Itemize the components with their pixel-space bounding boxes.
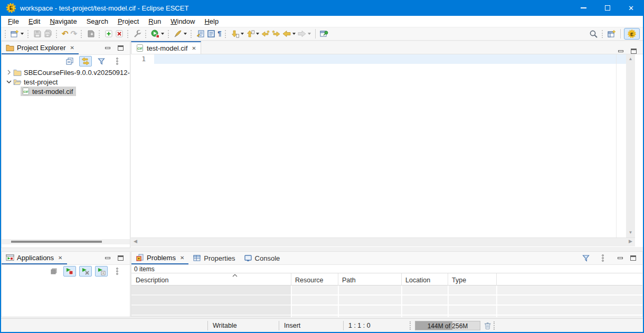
search-button[interactable] — [588, 28, 599, 40]
editor-horizontal-scrollbar[interactable]: ◀ ▶ — [131, 237, 635, 246]
minimize-view-icon[interactable] — [618, 257, 623, 259]
column-divider[interactable] — [496, 273, 497, 285]
forward-button[interactable] — [297, 28, 312, 40]
new-wizard-button[interactable] — [10, 28, 25, 40]
filter-button[interactable] — [95, 56, 108, 66]
close-view-icon[interactable]: ✕ — [70, 45, 74, 51]
maximize-view-icon[interactable] — [118, 45, 124, 51]
cif-file-icon: CIF — [22, 87, 30, 96]
link-with-editor-toggle[interactable] — [79, 56, 92, 66]
scroll-up-icon[interactable]: ▲ — [626, 55, 635, 63]
scrollbar-thumb[interactable] — [11, 241, 102, 243]
column-header-type[interactable]: Type — [452, 277, 466, 284]
show-whitespace-button[interactable]: ¶ — [216, 28, 222, 40]
back-button[interactable] — [281, 28, 297, 40]
auto-remove-toggle[interactable] — [79, 266, 92, 277]
minimize-view-icon[interactable] — [105, 47, 110, 49]
menu-run[interactable]: Run — [144, 16, 166, 26]
tree-item-sbecoursefiles[interactable]: SBECourseFiles-9.0.0.v20250912-16241 — [2, 68, 130, 77]
pin-editor-button[interactable] — [319, 28, 329, 40]
play-add-icon — [97, 267, 106, 275]
editor-vertical-scrollbar[interactable]: ▲ ▼ — [626, 54, 635, 237]
editor-text-area[interactable]: 1 ▲ ▼ — [131, 54, 643, 237]
open-declaration-button[interactable] — [195, 28, 206, 40]
minimize-view-icon[interactable] — [618, 50, 623, 52]
column-divider[interactable] — [448, 273, 448, 285]
selected-item-highlight: CIF test-model.cif — [21, 87, 76, 96]
terminate-all-toggle[interactable] — [63, 266, 76, 277]
maximize-view-icon[interactable] — [118, 255, 124, 261]
escet-perspective-button[interactable]: E — [624, 28, 640, 40]
maximize-view-icon[interactable] — [631, 49, 637, 54]
chevron-right-icon[interactable] — [5, 68, 13, 77]
tree-item-test-project[interactable]: test-project — [2, 77, 130, 87]
maximize-button[interactable] — [595, 0, 619, 16]
collapse-all-button[interactable] — [63, 56, 76, 66]
tab-problems[interactable]: Problems ✕ — [131, 252, 188, 264]
save-button[interactable] — [32, 28, 43, 40]
scroll-down-icon[interactable]: ▼ — [626, 229, 635, 236]
sash-horizontal-right[interactable] — [131, 247, 643, 251]
editor-tab-test-model-cif[interactable]: CIF test-model.cif ✕ — [131, 41, 201, 54]
view-menu-button[interactable] — [111, 266, 124, 277]
run-tool-button[interactable] — [150, 28, 165, 40]
save-all-button[interactable] — [43, 28, 53, 40]
tab-label: Properties — [204, 254, 235, 262]
close-tab-icon[interactable]: ✕ — [192, 45, 196, 51]
menu-window[interactable]: Window — [166, 16, 200, 26]
view-menu-button[interactable] — [111, 56, 124, 66]
auto-expand-toggle[interactable] — [95, 266, 108, 277]
menu-help[interactable]: Help — [200, 16, 223, 26]
explorer-horizontal-scrollbar[interactable] — [2, 239, 130, 244]
problems-icon — [136, 253, 144, 262]
column-header-location[interactable]: Location — [405, 277, 430, 284]
run-garbage-collector-button[interactable] — [484, 321, 491, 331]
column-divider[interactable] — [401, 273, 402, 285]
minimize-button[interactable] — [572, 0, 595, 16]
menu-file[interactable]: File — [3, 16, 24, 26]
import-button[interactable] — [86, 28, 96, 40]
column-divider[interactable] — [338, 273, 338, 285]
applications-body[interactable] — [2, 278, 130, 317]
menu-navigate[interactable]: Navigate — [45, 16, 81, 26]
add-check-button[interactable] — [103, 28, 114, 40]
maximize-view-icon[interactable] — [630, 255, 636, 261]
column-divider[interactable] — [291, 273, 291, 285]
remove-check-button[interactable] — [114, 28, 125, 40]
column-header-description[interactable]: Description — [136, 277, 169, 284]
quill-button[interactable] — [173, 28, 188, 40]
chevron-down-icon[interactable] — [5, 78, 13, 86]
sash-horizontal-left[interactable] — [1, 248, 130, 251]
view-menu-button[interactable] — [596, 253, 609, 263]
problems-table-body[interactable] — [131, 286, 642, 317]
open-perspective-button[interactable] — [607, 28, 617, 40]
undo-button[interactable]: ↶ — [61, 28, 70, 40]
next-annotation-button[interactable] — [230, 28, 245, 40]
column-header-resource[interactable]: Resource — [295, 277, 324, 284]
tab-properties[interactable]: Properties — [188, 252, 239, 264]
scroll-right-icon[interactable]: ▶ — [629, 239, 632, 244]
wrench-button[interactable] — [132, 28, 143, 40]
close-view-icon[interactable]: ✕ — [180, 255, 184, 261]
sash-vertical[interactable] — [130, 41, 131, 317]
outline-button[interactable] — [206, 28, 216, 40]
tab-console[interactable]: Console — [240, 252, 285, 264]
close-button[interactable]: ✕ — [619, 0, 643, 16]
filter-button[interactable] — [580, 253, 592, 263]
previous-annotation-button[interactable] — [245, 28, 260, 40]
tree-item-test-model-cif[interactable]: CIF test-model.cif — [2, 87, 130, 96]
next-edit-location-button[interactable] — [271, 28, 281, 40]
remove-terminated-button[interactable] — [48, 266, 60, 277]
previous-edit-location-button[interactable] — [260, 28, 271, 40]
applications-view: Applications ✕ — [1, 251, 130, 317]
close-view-icon[interactable]: ✕ — [58, 255, 62, 261]
scroll-left-icon[interactable]: ◀ — [134, 239, 137, 244]
redo-button[interactable]: ↷ — [70, 28, 79, 40]
menu-project[interactable]: Project — [113, 16, 144, 26]
column-header-path[interactable]: Path — [342, 277, 356, 284]
minimize-view-icon[interactable] — [105, 257, 110, 259]
menu-search[interactable]: Search — [82, 16, 113, 26]
tab-applications[interactable]: Applications ✕ — [2, 252, 67, 264]
menu-edit[interactable]: Edit — [24, 16, 45, 26]
tab-project-explorer[interactable]: Project Explorer ✕ — [2, 42, 79, 54]
